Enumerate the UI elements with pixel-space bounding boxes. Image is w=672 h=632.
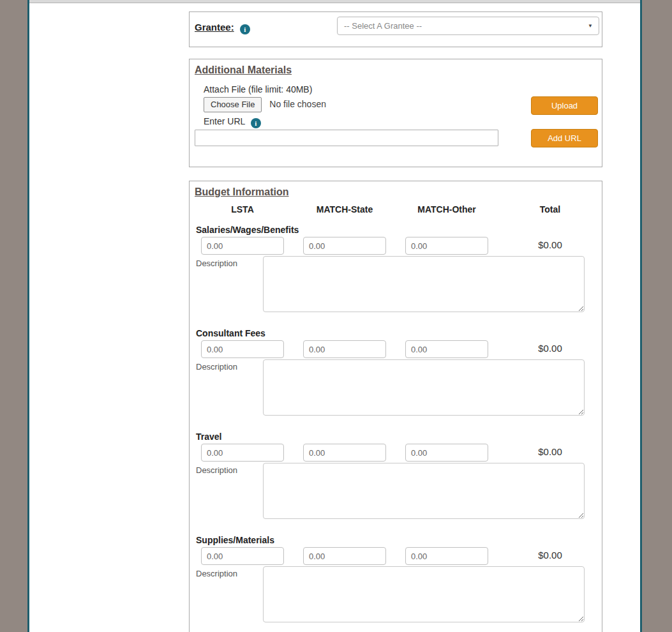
budget-row-label: Consultant Fees <box>196 328 265 338</box>
description-label: Description <box>196 569 237 578</box>
budget-row-label: Travel <box>196 432 221 442</box>
description-textarea[interactable] <box>263 256 585 312</box>
budget-row: Travel $0.00 Description <box>190 432 602 535</box>
budget-row: Supplies/Materials $0.00 Description <box>190 535 602 632</box>
match-other-amount-input[interactable] <box>405 444 488 462</box>
additional-materials-section: Additional Materials Attach File (file l… <box>189 59 602 167</box>
lsta-amount-input[interactable] <box>201 237 284 255</box>
top-edge-strip <box>29 0 640 3</box>
info-icon[interactable] <box>240 24 250 34</box>
match-state-amount-input[interactable] <box>303 547 386 565</box>
budget-row: Salaries/Wages/Benefits $0.00 Descriptio… <box>190 225 602 328</box>
lsta-amount-input[interactable] <box>201 340 284 358</box>
enter-url-label: Enter URL <box>204 116 261 128</box>
match-other-amount-input[interactable] <box>405 237 488 255</box>
budget-row-label: Supplies/Materials <box>196 535 274 545</box>
description-label: Description <box>196 362 237 372</box>
row-total-value: $0.00 <box>509 343 592 354</box>
column-header-match-state: MATCH-State <box>303 204 386 214</box>
enter-url-label-text: Enter URL <box>204 116 245 126</box>
budget-row: Consultant Fees $0.00 Description <box>190 328 602 432</box>
column-header-total: Total <box>509 204 592 214</box>
grantee-select-value: -- Select A Grantee -- <box>344 21 422 31</box>
add-url-button[interactable]: Add URL <box>531 129 598 147</box>
choose-file-button[interactable]: Choose File <box>204 97 262 112</box>
column-header-lsta: LSTA <box>201 204 284 214</box>
description-label: Description <box>196 259 237 268</box>
row-total-value: $0.00 <box>509 550 592 561</box>
upload-button[interactable]: Upload <box>531 96 598 115</box>
budget-rows: Salaries/Wages/Benefits $0.00 Descriptio… <box>190 225 602 632</box>
grantee-label-text: Grantee: <box>195 22 234 33</box>
grant-application-page: { "window": { "background_color": "#9288… <box>0 0 672 632</box>
match-state-amount-input[interactable] <box>303 444 386 462</box>
description-textarea[interactable] <box>263 463 585 519</box>
budget-column-headers: LSTA MATCH-State MATCH-Other Total <box>190 204 602 216</box>
content-panel: Grantee: -- Select A Grantee -- ▼ Additi… <box>27 0 642 632</box>
info-icon[interactable] <box>251 118 261 128</box>
budget-row-label: Salaries/Wages/Benefits <box>196 225 299 235</box>
grantee-label: Grantee: <box>195 22 250 34</box>
row-total-value: $0.00 <box>509 239 592 250</box>
budget-title: Budget Information <box>195 186 289 198</box>
budget-section: Budget Information LSTA MATCH-State MATC… <box>189 181 602 632</box>
match-other-amount-input[interactable] <box>405 547 488 565</box>
row-total-value: $0.00 <box>509 446 592 457</box>
match-state-amount-input[interactable] <box>303 237 386 255</box>
match-state-amount-input[interactable] <box>303 340 386 358</box>
file-input: Choose File No file chosen <box>204 97 326 112</box>
file-status-text: No file chosen <box>269 99 326 109</box>
url-input[interactable] <box>195 130 498 146</box>
match-other-amount-input[interactable] <box>405 340 488 358</box>
chevron-down-icon: ▼ <box>588 17 593 34</box>
additional-materials-title: Additional Materials <box>195 64 292 76</box>
description-label: Description <box>196 465 237 475</box>
description-textarea[interactable] <box>263 359 585 416</box>
lsta-amount-input[interactable] <box>201 547 284 565</box>
grantee-select[interactable]: -- Select A Grantee -- ▼ <box>337 17 599 35</box>
attach-file-label: Attach File (file limit: 40MB) <box>204 84 312 94</box>
column-header-match-other: MATCH-Other <box>405 204 488 214</box>
grantee-section: Grantee: -- Select A Grantee -- ▼ <box>189 11 602 47</box>
lsta-amount-input[interactable] <box>201 444 284 462</box>
description-textarea[interactable] <box>263 566 585 622</box>
